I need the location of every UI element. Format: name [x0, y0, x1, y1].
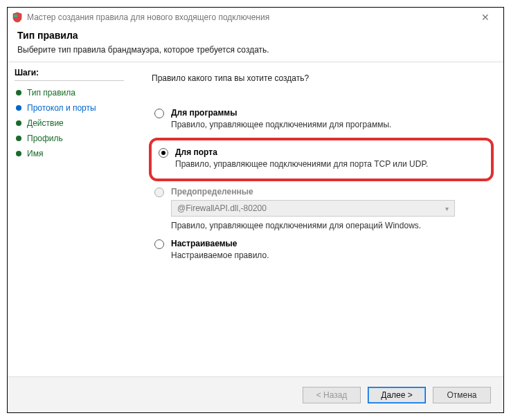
option-text: Для программы Правило, управляющее подкл… — [171, 108, 488, 129]
highlight-frame: Для порта Правило, управляющее подключен… — [149, 138, 494, 181]
option-program[interactable]: Для программы Правило, управляющее подкл… — [152, 105, 491, 136]
option-desc: Правило, управляющее подключениями для о… — [171, 221, 455, 230]
header: Тип правила Выберите тип правила брандма… — [8, 27, 503, 62]
step-label: Тип правила — [27, 88, 75, 98]
cancel-button[interactable]: Отмена — [433, 387, 491, 403]
back-button: < Назад — [303, 387, 361, 403]
option-label: Для программы — [171, 108, 488, 118]
option-predefined: Предопределенные @FirewallAPI.dll,-80200… — [152, 184, 491, 232]
step-label: Профиль — [27, 134, 63, 143]
footer: < Назад Далее > Отмена — [8, 376, 503, 412]
step-rule-type[interactable]: Тип правила — [15, 85, 124, 100]
question-text: Правило какого типа вы хотите создать? — [152, 73, 491, 83]
option-port[interactable]: Для порта Правило, управляющее подключен… — [156, 145, 487, 172]
svg-rect-0 — [14, 15, 17, 17]
radio-icon[interactable] — [154, 239, 164, 249]
step-profile[interactable]: Профиль — [15, 131, 124, 146]
option-custom[interactable]: Настраиваемые Настраиваемое правило. — [152, 236, 491, 267]
chevron-down-icon: ▾ — [445, 205, 449, 212]
step-label: Протокол и порты — [27, 103, 96, 113]
body: Шаги: Тип правила Протокол и порты Дейст… — [8, 62, 503, 376]
steps-title: Шаги: — [15, 68, 124, 77]
bullet-icon — [16, 90, 21, 95]
window-title: Мастер создания правила для нового входя… — [27, 12, 269, 22]
step-protocol-ports[interactable]: Протокол и порты — [15, 100, 124, 116]
option-desc: Правило, управляющее подключениями для п… — [175, 159, 484, 169]
radio-icon[interactable] — [159, 148, 168, 158]
step-name[interactable]: Имя — [15, 146, 124, 161]
bullet-icon — [16, 120, 21, 126]
content-area: Правило какого типа вы хотите создать? Д… — [131, 62, 503, 376]
bullet-icon — [16, 151, 21, 156]
option-desc: Настраиваемое правило. — [171, 250, 488, 260]
close-icon[interactable]: ✕ — [472, 12, 499, 23]
bullet-icon — [16, 105, 21, 111]
bullet-icon — [16, 136, 21, 141]
option-label: Предопределенные — [171, 187, 488, 197]
divider — [15, 80, 124, 81]
app-icon — [12, 12, 23, 23]
page-subtitle: Выберите тип правила брандмауэра, которо… — [17, 45, 494, 55]
radio-icon[interactable] — [154, 109, 164, 118]
option-text: Настраиваемые Настраиваемое правило. — [171, 239, 488, 260]
option-label: Настраиваемые — [171, 239, 488, 248]
predefined-dropdown: @FirewallAPI.dll,-80200 ▾ — [171, 200, 455, 217]
option-desc: Правило, управляющее подключениями для п… — [171, 120, 488, 129]
page-title: Тип правила — [17, 30, 494, 41]
steps-sidebar: Шаги: Тип правила Протокол и порты Дейст… — [8, 62, 131, 376]
step-label: Имя — [27, 149, 43, 158]
step-action[interactable]: Действие — [15, 116, 124, 131]
wizard-window: Мастер создания правила для нового входя… — [7, 7, 504, 413]
dropdown-value: @FirewallAPI.dll,-80200 — [177, 203, 267, 213]
option-text: Для порта Правило, управляющее подключен… — [175, 147, 484, 169]
option-label: Для порта — [175, 147, 484, 157]
radio-icon — [154, 188, 164, 197]
option-text: Предопределенные — [171, 187, 488, 199]
titlebar: Мастер создания правила для нового входя… — [8, 8, 503, 27]
next-button[interactable]: Далее > — [368, 387, 426, 403]
step-label: Действие — [27, 118, 64, 128]
